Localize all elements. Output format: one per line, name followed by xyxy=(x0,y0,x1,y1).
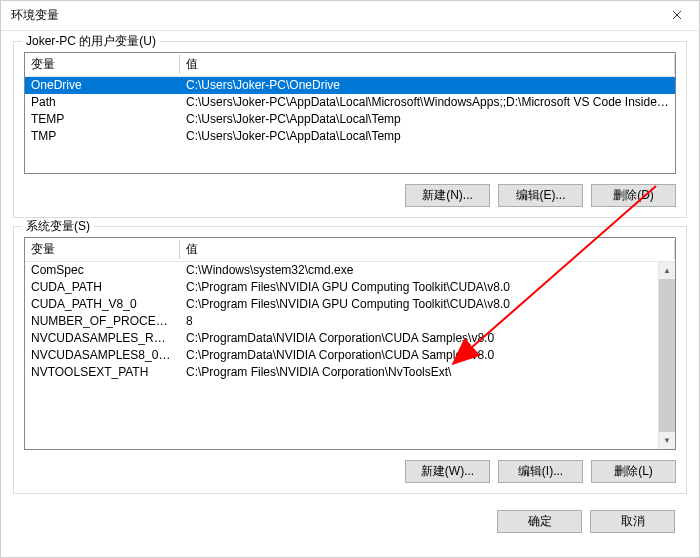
cell-value: C:\Windows\system32\cmd.exe xyxy=(180,262,675,279)
cell-value: C:\Users\Joker-PC\AppData\Local\Microsof… xyxy=(180,94,675,111)
table-row[interactable]: OneDriveC:\Users\Joker-PC\OneDrive xyxy=(25,77,675,94)
cell-variable: NVCUDASAMPLES_ROOT xyxy=(25,330,180,347)
cell-value: C:\Users\Joker-PC\OneDrive xyxy=(180,77,675,94)
list-header[interactable]: 变量 值 xyxy=(25,238,675,262)
user-vars-group-label: Joker-PC 的用户变量(U) xyxy=(22,33,160,50)
system-vars-group: 系统变量(S) 变量 值 ComSpecC:\Windows\system32\… xyxy=(13,226,687,494)
table-row[interactable]: ComSpecC:\Windows\system32\cmd.exe xyxy=(25,262,675,279)
cell-variable: TMP xyxy=(25,128,180,145)
table-row[interactable]: TMPC:\Users\Joker-PC\AppData\Local\Temp xyxy=(25,128,675,145)
cell-value: C:\Program Files\NVIDIA GPU Computing To… xyxy=(180,279,675,296)
dialog-content: Joker-PC 的用户变量(U) 变量 值 OneDriveC:\Users\… xyxy=(1,31,699,557)
user-vars-list[interactable]: 变量 值 OneDriveC:\Users\Joker-PC\OneDriveP… xyxy=(24,52,676,174)
col-header-variable[interactable]: 变量 xyxy=(25,238,180,261)
cell-value: C:\Program Files\NVIDIA GPU Computing To… xyxy=(180,296,675,313)
ok-button[interactable]: 确定 xyxy=(497,510,582,533)
cell-variable: OneDrive xyxy=(25,77,180,94)
cell-variable: CUDA_PATH_V8_0 xyxy=(25,296,180,313)
scroll-up-icon[interactable]: ▲ xyxy=(659,262,675,279)
list-header[interactable]: 变量 值 xyxy=(25,53,675,77)
cell-value: 8 xyxy=(180,313,675,330)
new-user-var-button[interactable]: 新建(N)... xyxy=(405,184,490,207)
window-title: 环境变量 xyxy=(11,7,654,24)
edit-system-var-button[interactable]: 编辑(I)... xyxy=(498,460,583,483)
cell-value: C:\ProgramData\NVIDIA Corporation\CUDA S… xyxy=(180,347,675,364)
cell-value: C:\Users\Joker-PC\AppData\Local\Temp xyxy=(180,111,675,128)
table-row[interactable]: NVTOOLSEXT_PATHC:\Program Files\NVIDIA C… xyxy=(25,364,675,381)
new-system-var-button[interactable]: 新建(W)... xyxy=(405,460,490,483)
user-vars-buttons: 新建(N)... 编辑(E)... 删除(D) xyxy=(24,184,676,207)
scroll-thumb[interactable] xyxy=(659,279,675,432)
system-vars-group-label: 系统变量(S) xyxy=(22,218,94,235)
cell-value: C:\Program Files\NVIDIA Corporation\NvTo… xyxy=(180,364,675,381)
table-row[interactable]: PathC:\Users\Joker-PC\AppData\Local\Micr… xyxy=(25,94,675,111)
cell-variable: Path xyxy=(25,94,180,111)
user-vars-rows: OneDriveC:\Users\Joker-PC\OneDrivePathC:… xyxy=(25,77,675,173)
scroll-down-icon[interactable]: ▼ xyxy=(659,432,675,449)
delete-system-var-button[interactable]: 删除(L) xyxy=(591,460,676,483)
cell-value: C:\ProgramData\NVIDIA Corporation\CUDA S… xyxy=(180,330,675,347)
cell-variable: NVTOOLSEXT_PATH xyxy=(25,364,180,381)
table-row[interactable]: NVCUDASAMPLES_ROOTC:\ProgramData\NVIDIA … xyxy=(25,330,675,347)
scrollbar[interactable]: ▲ ▼ xyxy=(658,262,675,449)
table-row[interactable]: CUDA_PATH_V8_0C:\Program Files\NVIDIA GP… xyxy=(25,296,675,313)
system-vars-list[interactable]: 变量 值 ComSpecC:\Windows\system32\cmd.exeC… xyxy=(24,237,676,450)
table-row[interactable]: NVCUDASAMPLES8_0_ROOTC:\ProgramData\NVID… xyxy=(25,347,675,364)
dialog-bottom-bar: 确定 取消 xyxy=(13,502,687,545)
cell-variable: ComSpec xyxy=(25,262,180,279)
table-row[interactable]: TEMPC:\Users\Joker-PC\AppData\Local\Temp xyxy=(25,111,675,128)
cell-variable: TEMP xyxy=(25,111,180,128)
edit-user-var-button[interactable]: 编辑(E)... xyxy=(498,184,583,207)
cell-variable: NUMBER_OF_PROCESSORS xyxy=(25,313,180,330)
system-vars-buttons: 新建(W)... 编辑(I)... 删除(L) xyxy=(24,460,676,483)
close-icon xyxy=(672,9,682,23)
col-header-value[interactable]: 值 xyxy=(180,238,675,261)
system-vars-rows: ComSpecC:\Windows\system32\cmd.exeCUDA_P… xyxy=(25,262,675,449)
col-header-value[interactable]: 值 xyxy=(180,53,675,76)
delete-user-var-button[interactable]: 删除(D) xyxy=(591,184,676,207)
col-header-variable[interactable]: 变量 xyxy=(25,53,180,76)
close-button[interactable] xyxy=(654,1,699,31)
user-vars-group: Joker-PC 的用户变量(U) 变量 值 OneDriveC:\Users\… xyxy=(13,41,687,218)
cell-variable: CUDA_PATH xyxy=(25,279,180,296)
cell-value: C:\Users\Joker-PC\AppData\Local\Temp xyxy=(180,128,675,145)
table-row[interactable]: NUMBER_OF_PROCESSORS8 xyxy=(25,313,675,330)
env-vars-dialog: 环境变量 Joker-PC 的用户变量(U) 变量 值 xyxy=(0,0,700,558)
titlebar: 环境变量 xyxy=(1,1,699,31)
cell-variable: NVCUDASAMPLES8_0_ROOT xyxy=(25,347,180,364)
cancel-button[interactable]: 取消 xyxy=(590,510,675,533)
table-row[interactable]: CUDA_PATHC:\Program Files\NVIDIA GPU Com… xyxy=(25,279,675,296)
